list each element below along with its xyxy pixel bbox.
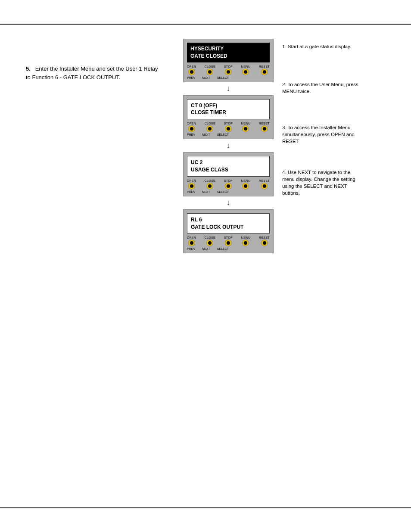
btn-close-1: CLOSE [205, 65, 215, 75]
left-section: 5. Enter the Installer Menu and set the … [0, 30, 181, 502]
step-number: 5. [26, 65, 31, 72]
panel-1-screen: HYSECURITY GATE CLOSED [187, 43, 270, 62]
btn-menu-3: MENU [241, 179, 251, 190]
annotation-1: 1. Start at a gate status display. [282, 43, 362, 50]
panel-1-line1: HYSECURITY [190, 45, 266, 53]
step-description: Enter the Installer Menu and set the Use… [26, 65, 158, 81]
btn-close-3: CLOSE [205, 179, 215, 190]
panel-4-bottom-labels: PREV NEXT SELECT [187, 247, 270, 250]
right-section: HYSECURITY GATE CLOSED OPEN CLOSE STOP [181, 30, 411, 502]
btn-open-2: OPEN [187, 122, 196, 132]
btn-close-4: CLOSE [205, 236, 215, 246]
panel-3-screen: UC 2 USAGE CLASS [187, 156, 270, 177]
btn-reset-1: RESET [259, 65, 270, 75]
btn-menu-1: MENU [241, 65, 251, 75]
btn-reset-2: RESET [259, 122, 270, 132]
panel-2-screen: CT 0 (OFF) CLOSE TIMER [187, 99, 270, 120]
panel-1-buttons: OPEN CLOSE STOP MENU [187, 65, 270, 75]
step-text: 5. Enter the Installer Menu and set the … [26, 65, 164, 81]
arrow-2: ↓ [227, 139, 230, 152]
panel-2-buttons: OPEN CLOSE STOP MENU [187, 122, 270, 132]
annotations-column: 1. Start at a gate status display. 2. To… [276, 39, 362, 493]
btn-menu-4: MENU [241, 236, 251, 246]
panel-1: HYSECURITY GATE CLOSED OPEN CLOSE STOP [183, 39, 274, 82]
btn-close-2: CLOSE [205, 122, 215, 132]
panel-4-buttons: OPEN CLOSE STOP MENU [187, 236, 270, 246]
panel-3: UC 2 USAGE CLASS OPEN CLOSE STOP [183, 152, 274, 196]
panel-1-bottom-labels: PREV NEXT SELECT [187, 76, 270, 79]
btn-reset-4: RESET [259, 236, 270, 246]
annotation-3: 3. To access the Installer Menu, simulta… [282, 124, 362, 145]
btn-stop-3: STOP [224, 179, 233, 190]
arrow-3: ↓ [227, 196, 230, 209]
panel-4-line2: GATE LOCK OUTPUT [191, 224, 266, 231]
top-border [0, 24, 411, 25]
btn-menu-2: MENU [241, 122, 251, 132]
panel-3-buttons: OPEN CLOSE STOP MENU [187, 179, 270, 190]
panel-3-line2: USAGE CLASS [191, 166, 266, 174]
panels-column: HYSECURITY GATE CLOSED OPEN CLOSE STOP [181, 39, 276, 493]
panel-3-line1: UC 2 [191, 159, 266, 166]
btn-stop-1: STOP [224, 65, 233, 75]
annotation-2: 2. To access the User Menu, press MENU t… [282, 81, 362, 95]
btn-open-3: OPEN [187, 179, 196, 190]
bottom-border [0, 507, 411, 508]
btn-open-1: OPEN [187, 65, 196, 75]
btn-open-4: OPEN [187, 236, 196, 246]
panel-2-bottom-labels: PREV NEXT SELECT [187, 133, 270, 136]
btn-stop-2: STOP [224, 122, 233, 132]
panel-2-line2: CLOSE TIMER [191, 109, 266, 116]
arrow-1: ↓ [227, 82, 230, 95]
panel-4: RL 6 GATE LOCK OUTPUT OPEN CLOSE STOP [183, 209, 274, 254]
panel-1-line2: GATE CLOSED [190, 53, 266, 60]
panel-2: CT 0 (OFF) CLOSE TIMER OPEN CLOSE STOP [183, 95, 274, 140]
panel-3-bottom-labels: PREV NEXT SELECT [187, 190, 270, 193]
panel-2-line1: CT 0 (OFF) [191, 102, 266, 109]
panel-4-screen: RL 6 GATE LOCK OUTPUT [187, 213, 270, 234]
panel-4-line1: RL 6 [191, 216, 266, 224]
annotation-4: 4. Use NEXT to navigate to the menu disp… [282, 169, 362, 196]
btn-stop-4: STOP [224, 236, 233, 246]
btn-reset-3: RESET [259, 179, 270, 190]
